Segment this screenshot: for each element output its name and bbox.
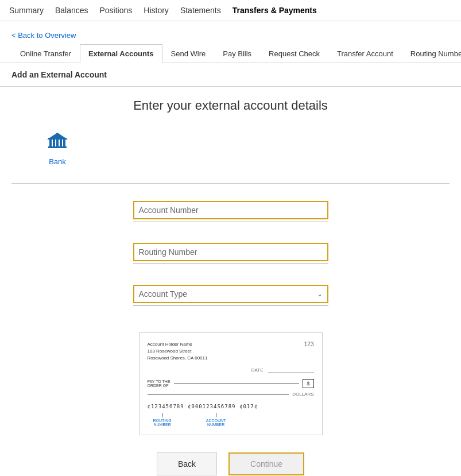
- routing-number-field-wrapper: Routing Number: [133, 243, 328, 274]
- tab-online-transfer[interactable]: Online Transfer: [11, 44, 80, 63]
- svg-rect-0: [49, 140, 52, 146]
- check-address2: Rosewood Shores, CA 00011: [148, 355, 208, 362]
- check-date-underline: [268, 366, 314, 373]
- nav-positions[interactable]: Positions: [100, 6, 133, 15]
- routing-number-underline: [133, 264, 328, 264]
- check-date-label: DATE: [251, 367, 264, 373]
- top-nav: Summary Balances Positions History State…: [0, 0, 461, 21]
- check-account-number-label: ACCOUNT NUMBER: [206, 419, 226, 427]
- account-type-underline: [133, 305, 328, 306]
- check-pay-line: [174, 384, 300, 384]
- check-pay-row: PAY TO THE ORDER OF $: [148, 379, 314, 388]
- main-content: Enter your external account details Bank: [0, 87, 461, 476]
- check-bottom-labels: ROUTING NUMBER ACCOUNT NUMBER: [148, 413, 314, 427]
- check-routing-number-label: ROUTING NUMBER: [153, 419, 172, 427]
- account-type-box: Account Type ⌄: [133, 285, 328, 303]
- svg-rect-7: [48, 138, 67, 139]
- check-amount-line-bar: [148, 394, 289, 394]
- continue-button[interactable]: Continue: [228, 452, 304, 475]
- account-type-field-wrapper: Account Type ⌄: [133, 285, 328, 316]
- section-header: Add an External Account: [0, 63, 461, 87]
- check-image: Account Holder Name 103 Rosewood Street …: [139, 332, 323, 435]
- bank-label: Bank: [49, 157, 66, 166]
- form-area: Account Number Routing Number Account Ty…: [133, 201, 328, 327]
- sub-tabs: Online Transfer External Accounts Send W…: [0, 44, 461, 63]
- check-holder-info: Account Holder Name 103 Rosewood Street …: [148, 341, 208, 362]
- divider: [11, 183, 450, 184]
- tab-transfer-account[interactable]: Transfer Account: [328, 44, 402, 63]
- svg-rect-4: [63, 140, 65, 146]
- check-date-line: DATE: [148, 366, 314, 373]
- check-dollars-label: DOLLARS: [292, 392, 313, 397]
- button-row: Back Continue: [157, 452, 304, 475]
- svg-rect-2: [56, 140, 59, 146]
- nav-balances[interactable]: Balances: [55, 6, 88, 15]
- routing-number-label: Routing Number: [139, 247, 197, 257]
- page-title: Enter your external account details: [133, 98, 328, 113]
- routing-number-box: Routing Number: [133, 243, 328, 261]
- check-dollar-box: $: [303, 379, 313, 388]
- bank-icon: [46, 130, 69, 155]
- tab-routing-numbers[interactable]: Routing Numbers: [402, 44, 461, 63]
- nav-history[interactable]: History: [144, 6, 169, 15]
- check-micr-line: ¢123456789 ¢0001234S6789 ¢017¢: [148, 404, 314, 409]
- check-amount-line: DOLLARS: [148, 392, 314, 397]
- svg-rect-3: [60, 140, 62, 146]
- nav-statements[interactable]: Statements: [180, 6, 221, 15]
- check-number: 123: [304, 341, 314, 362]
- account-number-underline: [133, 222, 328, 222]
- nav-transfers-payments[interactable]: Transfers & Payments: [233, 6, 317, 15]
- svg-rect-1: [53, 140, 55, 146]
- tab-pay-bills[interactable]: Pay Bills: [214, 44, 260, 63]
- bank-icon-area: Bank: [46, 130, 69, 166]
- svg-rect-5: [48, 146, 67, 148]
- check-holder-name: Account Holder Name: [148, 341, 208, 348]
- back-button[interactable]: Back: [157, 452, 217, 475]
- chevron-down-icon: ⌄: [317, 290, 323, 298]
- back-to-overview-link[interactable]: < Back to Overview: [11, 31, 76, 40]
- account-number-field-wrapper: Account Number: [133, 201, 328, 233]
- check-pay-label: PAY TO THE ORDER OF: [148, 380, 171, 388]
- account-number-label: Account Number: [139, 206, 199, 215]
- tab-send-wire[interactable]: Send Wire: [162, 44, 215, 63]
- nav-summary[interactable]: Summary: [9, 6, 44, 15]
- check-top: Account Holder Name 103 Rosewood Street …: [148, 341, 314, 362]
- account-number-box: Account Number: [133, 201, 328, 219]
- back-link-area: < Back to Overview: [0, 21, 461, 44]
- account-type-label: Account Type: [139, 289, 188, 299]
- check-address1: 103 Rosewood Street: [148, 348, 208, 355]
- tab-external-accounts[interactable]: External Accounts: [80, 44, 162, 63]
- tab-request-check[interactable]: Request Check: [260, 44, 328, 63]
